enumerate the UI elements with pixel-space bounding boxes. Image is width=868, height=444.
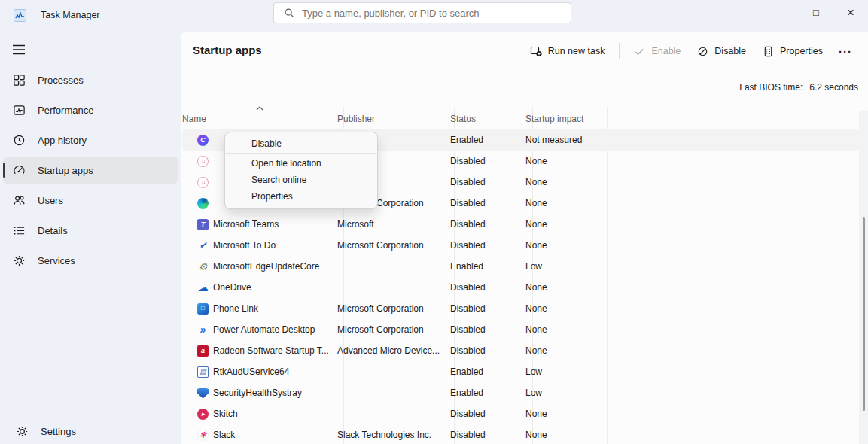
app-startup-impact: None (522, 240, 596, 251)
search-input[interactable] (302, 8, 563, 19)
scrollbar-thumb[interactable] (863, 217, 865, 411)
menu-toggle-button[interactable] (11, 42, 27, 57)
app-status: Disabled (443, 430, 522, 440)
sidebar-item-details[interactable]: Details (3, 217, 178, 244)
ellipsis-icon: ··· (839, 45, 852, 58)
app-startup-impact: Low (522, 388, 596, 398)
app-status: Disabled (443, 409, 522, 419)
app-name: Power Automate Desktop (213, 324, 315, 335)
performance-icon (12, 103, 26, 117)
sidebar-item-label: Users (38, 195, 63, 206)
sidebar-item-users[interactable]: Users (3, 187, 178, 214)
sidebar-item-settings[interactable]: Settings (6, 418, 175, 444)
app-status: Enabled (443, 366, 522, 377)
table-row[interactable]: Phone Link Microsoft Corporation Disable… (182, 298, 859, 319)
app-history-icon (12, 133, 26, 147)
sidebar-settings: Settings (3, 418, 178, 444)
app-status: Disabled (443, 240, 522, 251)
properties-button[interactable]: Properties (756, 40, 830, 62)
main-panel: Startup apps Run new task Enable Disable (181, 32, 868, 444)
app-publisher: Microsoft (333, 219, 443, 230)
search-icon (284, 8, 294, 18)
teams-icon (197, 219, 209, 230)
context-menu-item-disable[interactable]: Disable (225, 135, 377, 151)
app-startup-impact: Low (522, 261, 596, 272)
more-options-button[interactable]: ··· (833, 40, 858, 62)
table-row[interactable]: Power Automate Desktop Microsoft Corpora… (182, 319, 859, 340)
run-new-task-icon (530, 45, 542, 57)
security-shield-icon (197, 388, 209, 399)
app-startup-impact: None (522, 219, 596, 230)
sidebar-item-label: Settings (41, 426, 76, 437)
run-new-task-button[interactable]: Run new task (523, 40, 612, 62)
table-row[interactable]: RtkAudUService64 Enabled Low (182, 361, 859, 382)
app-name: RtkAudUService64 (213, 366, 289, 377)
app-status: Disabled (443, 219, 522, 230)
scrollbar-track[interactable] (859, 111, 868, 444)
table-row[interactable]: Microsoft Teams Microsoft Disabled None (182, 214, 859, 235)
app-status: Disabled (443, 198, 522, 208)
sidebar-item-app-history[interactable]: App history (3, 126, 178, 154)
toolbar: Run new task Enable Disable Properties ·… (523, 39, 858, 63)
services-icon (12, 254, 26, 267)
column-header-status[interactable]: Status (443, 114, 522, 124)
sidebar-nav: Processes Performance App history Startu… (0, 66, 181, 277)
sidebar-item-label: Processes (38, 75, 84, 86)
app-name: Phone Link (213, 303, 258, 314)
title-bar: Task Manager – □ × (0, 0, 868, 32)
processes-icon (12, 73, 26, 87)
maximize-button[interactable]: □ (799, 0, 833, 25)
sidebar-item-label: Performance (38, 105, 93, 116)
sidebar-item-processes[interactable]: Processes (3, 66, 178, 93)
disable-button[interactable]: Disable (690, 40, 753, 62)
app-name: Microsoft To Do (213, 240, 276, 251)
app-publisher: Slack Technologies Inc. (333, 430, 443, 440)
context-menu: Disable Open file location Search online… (224, 132, 378, 209)
table-row[interactable]: Skitch Disabled None (182, 403, 859, 424)
context-menu-item-open-file-location[interactable]: Open file location (225, 155, 377, 172)
table-row[interactable]: SecurityHealthSystray Enabled Low (182, 382, 859, 403)
app-status: Disabled (443, 303, 522, 314)
minimize-button[interactable]: – (764, 0, 799, 25)
bios-label: Last BIOS time: (739, 82, 803, 93)
search-bar[interactable] (273, 2, 571, 23)
window-title: Task Manager (41, 10, 100, 20)
column-header-name[interactable]: Name (182, 114, 333, 124)
onedrive-icon (197, 282, 209, 293)
column-header-startup-impact[interactable]: Startup impact (522, 114, 596, 124)
sidebar-item-label: App history (38, 135, 87, 146)
app-publisher: Advanced Micro Device... (333, 345, 443, 356)
slack-icon (197, 430, 209, 441)
disable-slash-icon (697, 46, 708, 57)
app-startup-impact: Not measured (522, 135, 596, 145)
context-menu-item-properties[interactable]: Properties (225, 188, 377, 205)
table-row[interactable]: Radeon Software Startup T... Advanced Mi… (182, 340, 859, 361)
table-row[interactable]: MicrosoftEdgeUpdateCore Enabled Low (182, 256, 859, 277)
table-row[interactable]: Slack Slack Technologies Inc. Disabled N… (182, 424, 859, 444)
last-bios-time: Last BIOS time:6.2 seconds (739, 82, 858, 93)
app-name: Slack (213, 430, 235, 440)
app-status: Enabled (443, 135, 522, 145)
app-status: Disabled (443, 324, 522, 335)
table-row[interactable]: OneDrive Disabled None (182, 277, 859, 298)
sidebar-item-startup-apps[interactable]: Startup apps (3, 157, 178, 184)
app-publisher: Microsoft Corporation (333, 303, 443, 314)
app-status: Enabled (443, 261, 522, 272)
enable-button[interactable]: Enable (627, 40, 687, 62)
app-name: MicrosoftEdgeUpdateCore (213, 261, 319, 272)
app-name: SecurityHealthSystray (213, 388, 302, 398)
sidebar-item-label: Details (38, 225, 68, 236)
realtek-audio-icon (197, 366, 209, 378)
app-startup-impact: None (522, 198, 596, 208)
column-header-publisher[interactable]: Publisher (333, 114, 443, 124)
sidebar-item-performance[interactable]: Performance (3, 96, 178, 123)
sidebar-item-services[interactable]: Services (3, 247, 178, 274)
app-startup-impact: None (522, 324, 596, 335)
phone-link-icon (197, 303, 209, 315)
table-row[interactable]: Microsoft To Do Microsoft Corporation Di… (182, 235, 859, 256)
app-startup-impact: None (522, 282, 596, 293)
context-menu-item-search-online[interactable]: Search online (225, 172, 377, 188)
close-button[interactable]: × (833, 0, 868, 25)
app-status: Disabled (443, 177, 522, 187)
app-name: OneDrive (213, 282, 251, 293)
